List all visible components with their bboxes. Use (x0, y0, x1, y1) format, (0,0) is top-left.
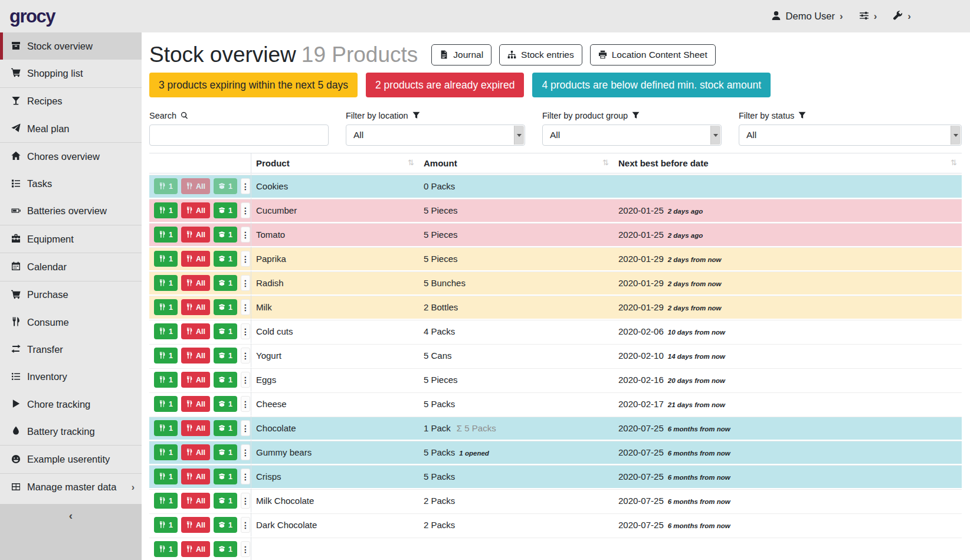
open-one-button[interactable]: 1 (214, 517, 237, 533)
consume-one-button[interactable]: 1 (154, 227, 178, 243)
sidebar-item-tasks[interactable]: Tasks (0, 170, 142, 197)
consume-all-button[interactable]: All (181, 517, 210, 533)
consume-one-button[interactable]: 1 (154, 251, 178, 267)
row-menu-button[interactable]: ⋮ (241, 444, 250, 460)
search-input[interactable] (149, 125, 329, 146)
consume-one-button[interactable]: 1 (154, 396, 178, 412)
open-one-button[interactable]: 1 (214, 178, 237, 194)
row-menu-button[interactable]: ⋮ (241, 420, 250, 436)
sidebar-item-manage-master-data[interactable]: Manage master data› (0, 474, 142, 501)
status-banner-info[interactable]: 4 products are below defined min. stock … (532, 73, 771, 97)
consume-all-button[interactable]: All (181, 251, 210, 267)
consume-one-button[interactable]: 1 (154, 299, 178, 315)
sidebar-collapse-button[interactable]: ‹ (0, 504, 142, 560)
consume-all-button[interactable]: All (181, 396, 210, 412)
open-one-button[interactable]: 1 (214, 372, 237, 388)
product-group-filter-select[interactable]: All (542, 125, 722, 146)
sidebar-item-stock-overview[interactable]: Stock overview (0, 32, 142, 60)
row-menu-button[interactable]: ⋮ (241, 299, 250, 315)
sort-icon[interactable]: ⇅ (602, 158, 609, 167)
consume-one-button[interactable]: 1 (154, 444, 178, 460)
row-menu-button[interactable]: ⋮ (241, 178, 250, 194)
row-menu-button[interactable]: ⋮ (241, 493, 250, 509)
journal-button[interactable]: Journal (431, 44, 491, 66)
open-one-button[interactable]: 1 (214, 444, 237, 460)
open-one-button[interactable]: 1 (214, 275, 237, 291)
row-menu-button[interactable]: ⋮ (241, 251, 250, 267)
consume-one-button[interactable]: 1 (154, 493, 178, 509)
sidebar-item-recipes[interactable]: Recipes (0, 88, 142, 115)
consume-all-button[interactable]: All (181, 469, 210, 484)
consume-all-button[interactable]: All (181, 372, 210, 388)
open-one-button[interactable]: 1 (214, 396, 237, 412)
stock-entries-button[interactable]: Stock entries (499, 44, 582, 66)
admin-menu[interactable]: › (893, 11, 911, 22)
sidebar-item-consume[interactable]: Consume (0, 309, 142, 336)
open-one-button[interactable]: 1 (214, 420, 237, 436)
row-menu-button[interactable]: ⋮ (241, 227, 250, 243)
location-content-sheet-button[interactable]: Location Content Sheet (590, 44, 716, 66)
consume-one-button[interactable]: 1 (154, 275, 178, 291)
consume-all-button[interactable]: All (181, 275, 210, 291)
row-menu-button[interactable]: ⋮ (241, 348, 250, 363)
sidebar-item-inventory[interactable]: Inventory (0, 363, 142, 391)
sidebar-item-purchase[interactable]: Purchase (0, 281, 142, 309)
consume-all-button[interactable]: All (181, 541, 210, 557)
row-menu-button[interactable]: ⋮ (241, 372, 250, 388)
consume-one-button[interactable]: 1 (154, 420, 178, 436)
row-menu-button[interactable]: ⋮ (241, 323, 250, 339)
user-menu[interactable]: Demo User › (771, 11, 843, 22)
row-menu-button[interactable]: ⋮ (241, 202, 250, 218)
consume-all-button[interactable]: All (181, 299, 210, 315)
row-menu-button[interactable]: ⋮ (241, 517, 250, 533)
consume-one-button[interactable]: 1 (154, 202, 178, 218)
sidebar-item-batteries-overview[interactable]: Batteries overview (0, 198, 142, 225)
sidebar-item-example-userentity[interactable]: Example userentity (0, 446, 142, 473)
sort-icon[interactable]: ⇅ (408, 158, 414, 167)
settings-menu[interactable]: › (859, 11, 877, 22)
consume-one-button[interactable]: 1 (154, 372, 178, 388)
sidebar-item-chore-tracking[interactable]: Chore tracking (0, 391, 142, 418)
product-column-header[interactable]: Product ⇅ (251, 153, 419, 173)
location-filter-select[interactable]: All (346, 125, 525, 146)
sidebar-item-shopping-list[interactable]: Shopping list (0, 60, 142, 87)
sidebar-item-calendar[interactable]: Calendar (0, 253, 142, 280)
consume-one-button[interactable]: 1 (154, 469, 178, 484)
sidebar-item-meal-plan[interactable]: Meal plan (0, 115, 142, 142)
app-logo[interactable]: grocy (9, 6, 55, 27)
row-menu-button[interactable]: ⋮ (241, 396, 250, 412)
status-filter-select[interactable]: All (739, 125, 962, 146)
consume-one-button[interactable]: 1 (154, 348, 178, 363)
open-one-button[interactable]: 1 (214, 348, 237, 363)
consume-all-button[interactable]: All (181, 348, 210, 363)
consume-one-button[interactable]: 1 (154, 541, 178, 557)
consume-all-button[interactable]: All (181, 444, 210, 460)
sidebar-item-transfer[interactable]: Transfer (0, 336, 142, 363)
row-menu-button[interactable]: ⋮ (241, 469, 250, 484)
best-before-column-header[interactable]: Next best before date ⇅ (614, 153, 962, 173)
consume-all-button[interactable]: All (181, 323, 210, 339)
consume-one-button[interactable]: 1 (154, 178, 178, 194)
consume-all-button[interactable]: All (181, 493, 210, 509)
consume-all-button[interactable]: All (181, 227, 210, 243)
open-one-button[interactable]: 1 (214, 227, 237, 243)
consume-all-button[interactable]: All (181, 420, 210, 436)
status-banner-warning[interactable]: 3 products expiring within the next 5 da… (149, 73, 358, 97)
open-one-button[interactable]: 1 (214, 251, 237, 267)
open-one-button[interactable]: 1 (214, 299, 237, 315)
open-one-button[interactable]: 1 (214, 323, 237, 339)
open-one-button[interactable]: 1 (214, 493, 237, 509)
row-menu-button[interactable]: ⋮ (241, 275, 250, 291)
sidebar-item-equipment[interactable]: Equipment (0, 225, 142, 253)
open-one-button[interactable]: 1 (214, 469, 237, 484)
consume-one-button[interactable]: 1 (154, 323, 178, 339)
consume-all-button[interactable]: All (181, 202, 210, 218)
row-menu-button[interactable]: ⋮ (241, 541, 250, 557)
status-banner-danger[interactable]: 2 products are already expired (366, 73, 524, 97)
sidebar-item-chores-overview[interactable]: Chores overview (0, 143, 142, 170)
sort-icon[interactable]: ⇅ (951, 158, 957, 167)
sidebar-item-battery-tracking[interactable]: Battery tracking (0, 418, 142, 445)
open-one-button[interactable]: 1 (214, 541, 237, 557)
consume-one-button[interactable]: 1 (154, 517, 178, 533)
amount-column-header[interactable]: Amount ⇅ (419, 153, 614, 173)
